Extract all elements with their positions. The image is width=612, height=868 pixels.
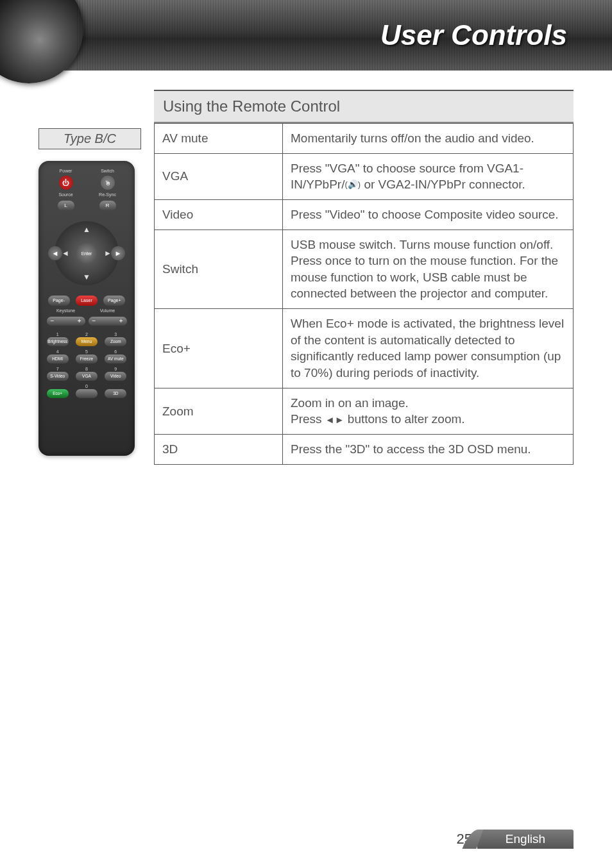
- table-row: Eco+ When Eco+ mode is activated, the br…: [155, 309, 574, 388]
- main-content: Using the Remote Control AV mute Momenta…: [154, 90, 574, 465]
- label-resync: Re-Sync: [87, 192, 128, 197]
- page-footer: 25 English: [457, 830, 574, 849]
- content-area: Type B/C Power Switch ⏻ 🖱 Source Re-Sync…: [0, 71, 612, 465]
- avmute-button: AV mute: [105, 355, 126, 363]
- key-3-num: 3: [103, 332, 128, 337]
- func-name: 3D: [155, 434, 283, 464]
- func-name: Video: [155, 199, 283, 230]
- table-row: VGA Press "VGA" to choose source from VG…: [155, 153, 574, 199]
- arrow-left-icon: ◄: [60, 247, 71, 259]
- func-desc: Press "Video" to choose Composite video …: [283, 199, 574, 230]
- sidebar: Type B/C Power Switch ⏻ 🖱 Source Re-Sync…: [38, 90, 141, 465]
- key-1-num: 1: [45, 332, 70, 337]
- power-button-icon: ⏻: [59, 176, 73, 190]
- menu-button: Menu: [76, 337, 98, 346]
- brightness-button: Brightness: [47, 337, 69, 346]
- table-row: Zoom Zoom in on an image. Press ◄► butto…: [155, 388, 574, 434]
- label-switch: Switch: [87, 169, 128, 173]
- key-8-num: 8: [74, 367, 99, 371]
- arrow-right-icon: ►: [102, 247, 114, 259]
- volume-rocker: −+: [89, 317, 127, 326]
- page-header: User Controls: [0, 0, 612, 71]
- key-0-num: 0: [74, 384, 99, 388]
- vga-button: VGA: [76, 372, 98, 381]
- label-power: Power: [45, 169, 87, 173]
- laser-button: Laser: [76, 296, 98, 306]
- svideo-button: S-Video: [47, 372, 69, 381]
- func-desc: Zoom in on an image. Press ◄► buttons to…: [283, 388, 574, 434]
- arrow-down-icon: ▼: [81, 271, 92, 283]
- language-tab: English: [477, 830, 574, 849]
- func-name: VGA: [155, 153, 283, 199]
- func-name: AV mute: [155, 124, 283, 154]
- func-desc: USB mouse switch. Turns mouse function o…: [283, 230, 574, 309]
- key-7-num: 7: [45, 367, 70, 371]
- arrow-up-icon: ▲: [81, 224, 92, 235]
- r-button: R: [99, 201, 116, 211]
- section-title: Using the Remote Control: [154, 90, 574, 123]
- key-9-num: 9: [103, 367, 128, 371]
- video-button: Video: [105, 372, 126, 381]
- function-table: AV mute Momentarily turns off/on the aud…: [154, 123, 574, 465]
- page-plus-button: Page+: [103, 296, 125, 306]
- blank-button: [76, 389, 98, 398]
- remote-keypad: 1Brightness 2Menu 3Zoom 4HDMI 5Freeze 6A…: [45, 332, 128, 398]
- audio-icon: (🔊): [344, 179, 361, 189]
- vga-desc-part-b: or VGA2-IN/YPbPr connector.: [361, 178, 525, 191]
- table-row: Video Press "Video" to choose Composite …: [155, 199, 574, 230]
- switch-button-icon: 🖱: [101, 176, 115, 190]
- func-desc: When Eco+ mode is activated, the brightn…: [283, 309, 574, 388]
- func-desc: Momentarily turns off/on the audio and v…: [283, 124, 574, 154]
- func-desc: Press "VGA" to choose source from VGA1-I…: [283, 153, 574, 199]
- page-title: User Controls: [380, 19, 567, 51]
- three-d-button: 3D: [105, 389, 126, 398]
- table-row: AV mute Momentarily turns off/on the aud…: [155, 124, 574, 154]
- keystone-rocker: −+: [47, 317, 85, 326]
- key-4-num: 4: [45, 349, 70, 354]
- dpad: ◄ ► ▲ ▼ ◄ ► Enter: [48, 215, 125, 292]
- table-row: Switch USB mouse switch. Turns mouse fun…: [155, 230, 574, 309]
- remote-type-label: Type B/C: [38, 128, 141, 149]
- zoom-button: Zoom: [105, 337, 126, 346]
- func-name: Eco+: [155, 309, 283, 388]
- l-button: L: [58, 201, 74, 211]
- func-name: Switch: [155, 230, 283, 309]
- label-keystone: Keystone: [45, 308, 87, 313]
- enter-button: Enter: [76, 243, 97, 263]
- zoom-line2: Press ◄► buttons to alter zoom.: [291, 411, 565, 428]
- table-row: 3D Press the "3D" to access the 3D OSD m…: [155, 434, 574, 464]
- left-right-arrows-icon: ◄►: [325, 414, 344, 425]
- label-source: Source: [45, 192, 87, 197]
- key-5-num: 5: [74, 349, 99, 354]
- eco-button: Eco+: [47, 389, 69, 398]
- key-2-num: 2: [74, 332, 99, 337]
- key-6-num: 6: [103, 349, 128, 354]
- zoom-line2a: Press: [291, 412, 325, 426]
- remote-illustration: Power Switch ⏻ 🖱 Source Re-Sync L R ◄ ► …: [38, 161, 135, 456]
- zoom-line1: Zoom in on an image.: [291, 395, 565, 412]
- freeze-button: Freeze: [76, 355, 98, 363]
- func-name: Zoom: [155, 388, 283, 434]
- page-minus-button: Page-: [48, 296, 70, 306]
- hdmi-button: HDMI: [47, 355, 69, 363]
- label-volume: Volume: [87, 308, 128, 313]
- zoom-line2b: buttons to alter zoom.: [344, 412, 465, 426]
- func-desc: Press the "3D" to access the 3D OSD menu…: [283, 434, 574, 464]
